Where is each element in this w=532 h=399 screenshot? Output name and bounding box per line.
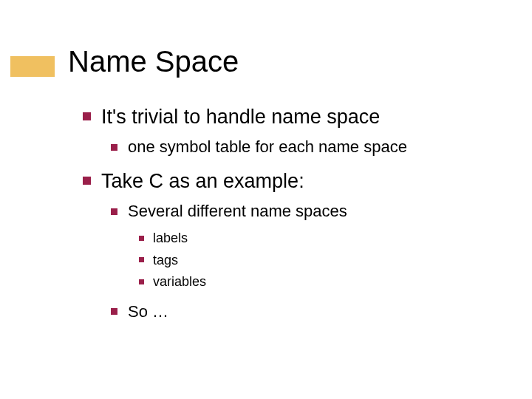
- list-item-text: Several different name spaces: [128, 202, 347, 221]
- slide-title: Name Space: [68, 43, 239, 78]
- title-text: Name Space: [68, 45, 239, 78]
- list-item-text: It's trivial to handle name space: [101, 106, 380, 128]
- slide: Name Space It's trivial to handle name s…: [0, 0, 532, 399]
- bullet-icon: [139, 257, 144, 262]
- list-item: Several different name spaces: [111, 200, 502, 222]
- list-item: labels: [139, 229, 502, 247]
- list-item: one symbol table for each name space: [111, 136, 502, 157]
- list-item-text: Take C as an example:: [101, 170, 304, 192]
- bullet-icon: [139, 236, 144, 241]
- list-item: So …: [111, 301, 502, 322]
- bullet-icon: [111, 144, 117, 151]
- list-item-text: variables: [153, 274, 206, 289]
- list-item: variables: [139, 273, 502, 290]
- bullet-icon: [111, 308, 117, 315]
- bullet-icon: [111, 208, 117, 215]
- accent-block: [10, 56, 55, 77]
- bullet-icon: [139, 279, 144, 284]
- bullet-icon: [83, 112, 91, 120]
- list-item-text: tags: [153, 253, 178, 267]
- list-item-text: So …: [128, 302, 168, 321]
- slide-body: It's trivial to handle name space one sy…: [83, 103, 502, 329]
- list-item: Take C as an example:: [83, 168, 502, 193]
- list-item-text: labels: [153, 231, 188, 245]
- list-item-text: one symbol table for each name space: [128, 138, 407, 157]
- bullet-icon: [83, 177, 91, 185]
- list-item: It's trivial to handle name space: [83, 103, 502, 129]
- list-item: tags: [139, 251, 502, 269]
